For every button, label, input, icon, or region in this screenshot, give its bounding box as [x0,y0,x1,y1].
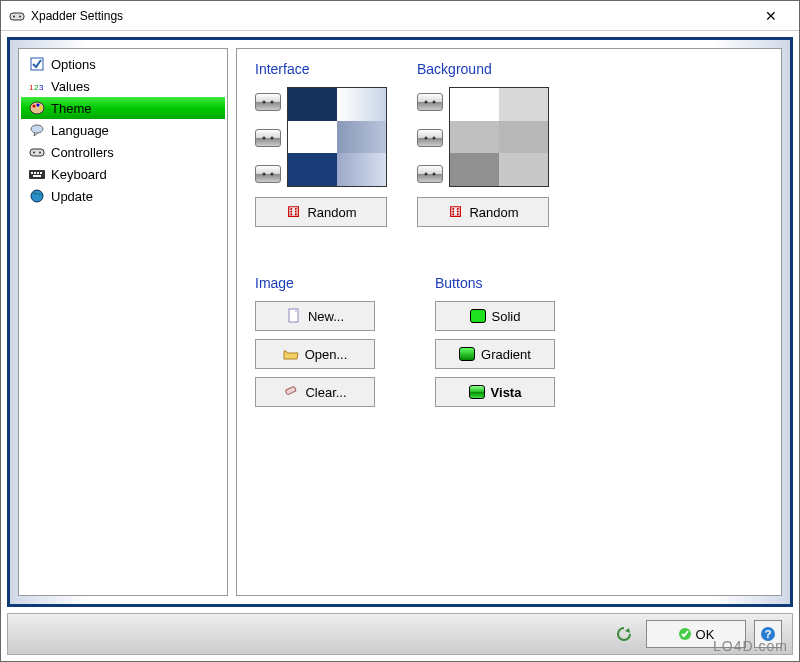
button-label: Clear... [305,385,346,400]
svg-point-29 [433,101,436,104]
digits-icon: 123 [29,78,45,94]
solid-style-icon [470,309,486,323]
interface-color-picker-3[interactable] [255,165,281,183]
button-label: Random [307,205,356,220]
folder-open-icon [283,346,299,362]
svg-point-11 [31,125,43,133]
svg-point-22 [263,101,266,104]
svg-text:?: ? [765,628,772,640]
button-label: Random [469,205,518,220]
checkbox-icon [29,56,45,72]
svg-point-24 [263,137,266,140]
globe-icon [29,188,45,204]
svg-rect-17 [34,172,36,174]
help-icon: ? [760,626,776,642]
swatch-cell [499,153,548,186]
gamepad-icon [29,144,45,160]
buttons-solid-button[interactable]: Solid [435,301,555,331]
background-color-picker-3[interactable] [417,165,443,183]
swatch-cell [450,88,499,121]
window-title: Xpadder Settings [31,9,751,23]
svg-text:3: 3 [39,83,44,92]
palette-icon [29,100,45,116]
svg-point-32 [425,173,428,176]
sidebar-item-label: Language [51,123,109,138]
check-icon [678,627,692,641]
svg-rect-19 [40,172,42,174]
swatch-cell [450,121,499,154]
svg-point-27 [271,173,274,176]
background-title: Background [417,61,549,77]
svg-point-2 [19,15,21,17]
sidebar-item-label: Theme [51,101,91,116]
app-icon [9,8,25,24]
interface-color-picker-1[interactable] [255,93,281,111]
interface-color-picker-2[interactable] [255,129,281,147]
help-button[interactable]: ? [754,620,782,648]
image-new-button[interactable]: New... [255,301,375,331]
keyboard-icon [29,166,45,182]
settings-window: Xpadder Settings ✕ Options 123 Values Th… [0,0,800,662]
svg-rect-18 [37,172,39,174]
svg-rect-15 [29,170,45,179]
sidebar-item-values[interactable]: 123 Values [21,75,225,97]
close-button[interactable]: ✕ [751,2,791,30]
swatch-cell [288,88,337,121]
sidebar-item-update[interactable]: Update [21,185,225,207]
buttons-title: Buttons [435,275,555,291]
interface-random-button[interactable]: ⚅ Random [255,197,387,227]
svg-point-28 [425,101,428,104]
reload-button[interactable] [610,620,638,648]
buttons-vista-button[interactable]: Vista [435,377,555,407]
interface-section: Interface [255,61,387,235]
speech-icon [29,122,45,138]
svg-point-1 [13,15,15,17]
sidebar-item-theme[interactable]: Theme [21,97,225,119]
button-label: Vista [491,385,522,400]
background-random-button[interactable]: ⚅ Random [417,197,549,227]
svg-point-31 [433,137,436,140]
background-color-picker-2[interactable] [417,129,443,147]
sidebar-item-label: Controllers [51,145,114,160]
image-clear-button[interactable]: Clear... [255,377,375,407]
footer-bar: OK ? [7,613,793,655]
svg-point-9 [37,104,40,107]
interface-title: Interface [255,61,387,77]
buttons-gradient-button[interactable]: Gradient [435,339,555,369]
ok-button[interactable]: OK [646,620,746,648]
svg-point-23 [271,101,274,104]
theme-panel: Interface [236,48,782,596]
svg-point-10 [40,107,43,110]
button-label: Gradient [481,347,531,362]
background-section: Background [417,61,549,235]
dice-icon: ⚅ [285,204,301,220]
swatch-cell [337,88,386,121]
svg-rect-12 [30,149,44,156]
sidebar-item-keyboard[interactable]: Keyboard [21,163,225,185]
image-open-button[interactable]: Open... [255,339,375,369]
file-new-icon [286,308,302,324]
svg-rect-35 [286,386,297,395]
svg-rect-0 [10,13,24,20]
interface-swatch [287,87,387,187]
swatch-cell [337,153,386,186]
sidebar-item-label: Options [51,57,96,72]
svg-point-26 [263,173,266,176]
dice-icon: ⚅ [447,204,463,220]
image-section: Image New... Open... Clear... [255,275,375,415]
background-color-picker-1[interactable] [417,93,443,111]
sidebar-item-options[interactable]: Options [21,53,225,75]
sidebar-item-language[interactable]: Language [21,119,225,141]
button-label: New... [308,309,344,324]
button-label: Open... [305,347,348,362]
svg-point-21 [31,190,43,202]
button-label: Solid [492,309,521,324]
titlebar: Xpadder Settings ✕ [1,1,799,31]
swatch-cell [450,153,499,186]
image-title: Image [255,275,375,291]
vista-style-icon [469,385,485,399]
swatch-cell [288,121,337,154]
svg-point-8 [33,105,36,108]
sidebar-item-label: Update [51,189,93,204]
sidebar-item-controllers[interactable]: Controllers [21,141,225,163]
